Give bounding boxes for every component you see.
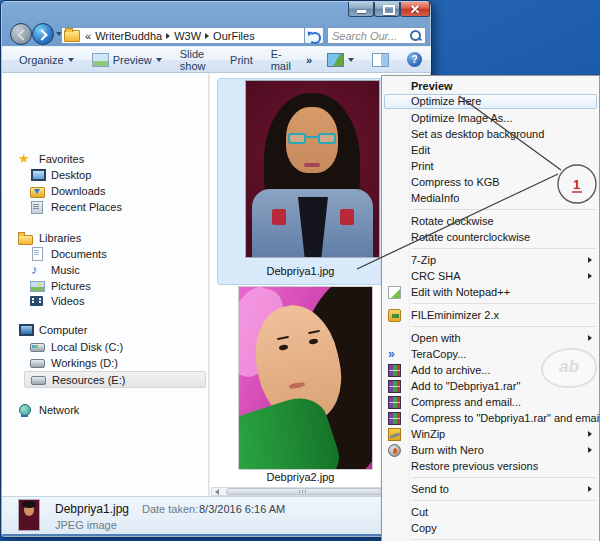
menu-item-compress-to-kgb[interactable]: Compress to KGB — [382, 174, 599, 190]
menu-separator — [382, 300, 599, 307]
refresh-button[interactable] — [304, 27, 324, 44]
help-button[interactable] — [398, 49, 431, 70]
status-file-type: JPEG image — [55, 519, 117, 531]
sidebar-group-network[interactable]: Network — [18, 402, 208, 418]
menu-item-optimize-image-as[interactable]: Optimize Image As... — [382, 110, 599, 126]
menu-item-cut[interactable]: Cut — [382, 504, 599, 520]
minimize-button[interactable] — [348, 2, 374, 17]
organize-button[interactable]: Organize — [10, 49, 83, 70]
breadcrumb-w3w[interactable]: W3W — [172, 30, 203, 42]
breadcrumb-prefix: « — [83, 30, 93, 42]
sidebar-item-music[interactable]: Music — [30, 262, 220, 278]
photo-thumbnail-debpriya2[interactable] — [239, 287, 372, 469]
drive-icon — [30, 356, 45, 370]
forward-button[interactable] — [32, 23, 54, 45]
status-file-name: Debpriya1.jpg — [55, 502, 129, 516]
submenu-arrow-icon — [588, 273, 592, 279]
change-view-button[interactable] — [318, 49, 363, 70]
toolbar-overflow-button[interactable]: » — [300, 49, 318, 70]
sidebar-item-recent-places[interactable]: Recent Places — [30, 199, 220, 215]
breadcrumb-writerbuddha[interactable]: WriterBuddha — [93, 30, 164, 42]
menu-item-add-to-debpriya1-rar[interactable]: Add to "Debpriya1.rar" — [382, 378, 599, 394]
menu-item-restore-previous-versions[interactable]: Restore previous versions — [382, 458, 599, 474]
sidebar-item-documents[interactable]: Documents — [30, 246, 220, 262]
print-button[interactable]: Print — [221, 49, 262, 70]
teracopy-icon — [388, 348, 401, 361]
scroll-left-arrow-icon[interactable] — [213, 489, 222, 494]
sidebar-group-computer[interactable]: Computer — [18, 322, 208, 338]
sidebar-item-downloads[interactable]: Downloads — [30, 183, 220, 199]
menu-item-set-as-desktop-background[interactable]: Set as desktop background — [382, 126, 599, 142]
winrar-icon — [388, 396, 401, 409]
sidebar-item-resources-e[interactable]: Resources (E:) — [24, 371, 206, 388]
file-name-label[interactable]: Debpriya2.jpg — [217, 471, 384, 483]
file-name-label[interactable]: Debpriya1.jpg — [217, 265, 384, 277]
sidebar-item-workings-d[interactable]: Workings (D:) — [30, 355, 220, 371]
winzip-icon — [388, 428, 401, 441]
forward-arrow-icon — [36, 29, 47, 40]
desktop-icon — [30, 168, 45, 182]
preview-pane-button[interactable] — [363, 49, 398, 70]
downloads-icon — [30, 184, 45, 198]
menu-item-optimize-here[interactable]: Optimize Here — [382, 94, 599, 110]
preview-button[interactable]: Preview — [83, 49, 171, 70]
menu-item-fileminimizer[interactable]: FILEminimizer 2.x — [382, 307, 599, 323]
sidebar-group-favorites[interactable]: Favorites — [18, 151, 208, 167]
submenu-arrow-icon — [588, 486, 592, 492]
document-icon — [30, 247, 45, 261]
menu-item-rotate-counterclockwise[interactable]: Rotate counterclockwise — [382, 229, 599, 245]
menu-item-copy[interactable]: Copy — [382, 520, 599, 536]
drive-icon — [31, 373, 46, 387]
sidebar-item-videos[interactable]: Videos — [30, 293, 220, 309]
dropdown-caret-icon — [156, 58, 162, 62]
submenu-arrow-icon — [588, 257, 592, 263]
slideshow-button[interactable]: Slide show — [171, 49, 221, 70]
folder-icon — [64, 30, 80, 42]
winrar-icon — [388, 412, 401, 425]
music-note-icon — [30, 263, 45, 277]
sidebar-group-libraries[interactable]: Libraries — [18, 230, 208, 246]
sidebar-item-local-disk-c[interactable]: Local Disk (C:) — [30, 339, 220, 355]
address-bar[interactable]: « WriterBuddha W3W OurFiles — [61, 27, 323, 44]
menu-item-open-with[interactable]: Open with — [382, 330, 599, 346]
menu-item-winzip[interactable]: WinZip — [382, 426, 599, 442]
dropdown-caret-icon — [348, 58, 354, 62]
recent-places-icon — [30, 200, 45, 214]
winrar-icon — [388, 380, 401, 393]
menu-item-teracopy[interactable]: TeraCopy... — [382, 346, 599, 362]
photo-thumbnail-debpriya1[interactable] — [246, 81, 379, 257]
breadcrumb-ourfiles[interactable]: OurFiles — [211, 30, 257, 42]
menu-item-edit-with-notepad-plus-plus[interactable]: Edit with Notepad++ — [382, 284, 599, 300]
menu-item-mediainfo[interactable]: MediaInfo — [382, 190, 599, 206]
scrollbar-thumb[interactable] — [226, 488, 384, 495]
sidebar-item-pictures[interactable]: Pictures — [30, 278, 220, 294]
computer-icon — [18, 323, 33, 337]
explorer-window: « WriterBuddha W3W OurFiles Search Our..… — [0, 0, 432, 538]
menu-item-compress-to-rar-and-email[interactable]: Compress to "Debpriya1.rar" and email — [382, 410, 599, 426]
sidebar-item-desktop[interactable]: Desktop — [30, 167, 220, 183]
preview-pane-icon — [372, 53, 389, 67]
menu-item-burn-with-nero[interactable]: Burn with Nero — [382, 442, 599, 458]
menu-item-preview[interactable]: Preview — [382, 78, 599, 94]
submenu-arrow-icon — [588, 335, 592, 341]
menu-item-7zip[interactable]: 7-Zip — [382, 252, 599, 268]
picture-icon — [30, 279, 45, 293]
menu-item-add-to-archive[interactable]: Add to archive... — [382, 362, 599, 378]
search-placeholder: Search Our... — [332, 30, 397, 42]
menu-item-send-to[interactable]: Send to — [382, 481, 599, 497]
menu-item-crc-sha[interactable]: CRC SHA — [382, 268, 599, 284]
command-toolbar: Organize Preview Slide show Print E-mail… — [2, 46, 431, 73]
menu-item-print[interactable]: Print — [382, 158, 599, 174]
menu-item-compress-and-email[interactable]: Compress and email... — [382, 394, 599, 410]
network-icon — [18, 403, 33, 417]
search-input[interactable]: Search Our... — [327, 27, 426, 44]
email-button[interactable]: E-mail — [262, 49, 300, 70]
notepad-plus-plus-icon — [388, 286, 401, 299]
maximize-button[interactable] — [374, 2, 400, 17]
back-button[interactable] — [10, 23, 32, 45]
back-arrow-icon — [17, 29, 28, 40]
libraries-folder-icon — [18, 231, 33, 245]
menu-item-rotate-clockwise[interactable]: Rotate clockwise — [382, 213, 599, 229]
menu-item-edit[interactable]: Edit — [382, 142, 599, 158]
close-button[interactable] — [400, 2, 430, 17]
